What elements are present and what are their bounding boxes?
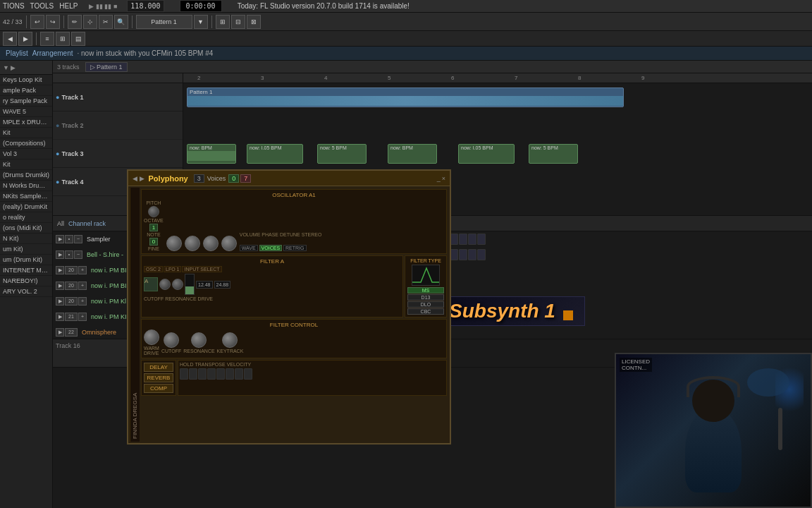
all-label[interactable]: All xyxy=(57,220,64,227)
filter-lfo-select[interactable]: LFO 1 xyxy=(164,266,181,272)
osc-pitch-knob[interactable] xyxy=(148,206,159,217)
ch-env-1[interactable]: ~ xyxy=(74,250,82,259)
plugin-window[interactable]: ◀ ▶ Polyphony 3 Voices 0 7 _ × FINNDA DR… xyxy=(127,169,451,445)
sidebar-item-0[interactable]: Keys Loop Kit xyxy=(0,75,52,85)
ch-env-3[interactable]: + xyxy=(78,282,87,290)
pattern-block-3c[interactable]: now: 5 BPM xyxy=(317,144,367,164)
osc-retrig-btn[interactable]: RETRIG xyxy=(283,245,306,251)
magnet-btn[interactable]: ⊠ xyxy=(247,15,261,29)
menu-item-tools[interactable]: TOOLS xyxy=(30,2,54,10)
filter-type-ms[interactable]: MS xyxy=(407,287,444,294)
filter-type-cbc[interactable]: CBC xyxy=(407,308,444,315)
sidebar-item-7[interactable]: Vol 3 xyxy=(0,149,52,159)
ch-vol-6[interactable]: 22 xyxy=(65,328,78,337)
pattern-select[interactable]: Pattern 1 xyxy=(136,15,192,29)
sidebar-item-15[interactable]: N Kit) xyxy=(0,234,52,244)
cut-btn[interactable]: ✂ xyxy=(99,15,113,29)
osc-octave-display[interactable]: 1 xyxy=(149,224,158,231)
sidebar-item-5[interactable]: Kit xyxy=(0,128,52,138)
ch-mute-2[interactable]: ▶ xyxy=(56,266,64,274)
ch-vol-5[interactable]: 21 xyxy=(65,313,78,321)
plugin-polyphony-count[interactable]: 3 xyxy=(194,174,204,183)
sidebar-item-9[interactable]: (Drums Drumkit) xyxy=(0,170,52,181)
sidebar-item-6[interactable]: (Compositions) xyxy=(0,138,52,149)
sidebar-item-4[interactable]: MPLE x DRUMKIT xyxy=(0,117,52,128)
ch-mute-6[interactable]: ▶ xyxy=(56,328,64,337)
ch-vol-3[interactable]: 20 xyxy=(65,282,78,290)
track-row-3[interactable]: now: BPM now: I.05 BPM now: 5 BPM now: B… xyxy=(183,140,812,168)
sidebar-item-3[interactable]: WAVE 5 xyxy=(0,107,52,117)
playlist-label[interactable]: Playlist xyxy=(6,49,28,57)
filter-osc-select[interactable]: OSC 2 xyxy=(144,266,163,272)
sidebar-item-20[interactable]: ARY VOL. 2 xyxy=(0,286,52,297)
fc-warmth-knob[interactable] xyxy=(144,329,159,345)
fc-res-knob[interactable] xyxy=(191,332,207,348)
snap-btn[interactable]: ⊞ xyxy=(216,15,230,29)
pattern-dropdown[interactable]: ▼ xyxy=(194,15,208,29)
zoom-btn[interactable]: 🔍 xyxy=(114,15,128,29)
osc-voices-btn[interactable]: VOICES xyxy=(259,245,282,251)
track-row-1[interactable]: Pattern 1 xyxy=(183,83,812,111)
osc-wave-select[interactable]: WAVE xyxy=(240,245,258,251)
filter-drive-fader[interactable] xyxy=(185,274,195,295)
ch-env-2[interactable]: + xyxy=(78,266,87,274)
fc-cutoff-knob[interactable] xyxy=(164,332,179,348)
osc-knob-2[interactable] xyxy=(185,236,200,251)
sidebar-item-16[interactable]: um Kit) xyxy=(0,244,52,255)
sidebar-item-2[interactable]: ry Sample Pack xyxy=(0,96,52,107)
undo-btn[interactable]: ↩ xyxy=(30,15,44,29)
sidebar-item-19[interactable]: NAREBOY!) xyxy=(0,276,52,286)
ch-mute-0[interactable]: ▶ xyxy=(56,235,64,243)
ch-env-0[interactable]: ~ xyxy=(74,235,82,243)
pattern-block-3f[interactable]: now: 5 BPM xyxy=(529,144,578,164)
sidebar-item-13[interactable]: o reality xyxy=(0,212,52,223)
filter-res-knob[interactable] xyxy=(172,279,183,290)
track-row-2[interactable] xyxy=(183,111,812,140)
sidebar-item-1[interactable]: ample Pack xyxy=(0,85,52,96)
plugin-nav-left[interactable]: ◀ ▶ xyxy=(133,175,144,182)
draw-btn[interactable]: ✏ xyxy=(68,15,82,29)
redo-btn[interactable]: ↪ xyxy=(46,15,60,29)
grid-btn[interactable]: ⊟ xyxy=(231,15,245,29)
plugin-minimize-btn[interactable]: _ xyxy=(437,175,441,182)
fwd-btn[interactable]: ▶ xyxy=(18,32,32,46)
plugin-close-btn[interactable]: × xyxy=(442,175,445,182)
playlist-icon[interactable]: ≡ xyxy=(40,32,54,46)
pattern-btn[interactable]: ▷ Pattern 1 xyxy=(85,62,128,72)
filter-input-display[interactable]: A xyxy=(144,277,158,291)
filter-type-display[interactable] xyxy=(412,265,440,286)
osc-note-display[interactable]: 0 xyxy=(149,238,158,246)
sidebar-item-14[interactable]: (ons (Midi Kit) xyxy=(0,223,52,234)
filter-type-dlo[interactable]: DLO xyxy=(407,301,444,308)
comp-btn[interactable]: COMP xyxy=(144,384,173,393)
ch-mute-5[interactable]: ▶ xyxy=(56,313,64,321)
osc-knob-4[interactable] xyxy=(221,236,237,251)
mixer-icon[interactable]: ▤ xyxy=(71,32,85,46)
menu-item-help[interactable]: HELP xyxy=(59,2,78,10)
delay-btn[interactable]: DELAY xyxy=(144,363,173,372)
ch-solo-1[interactable]: • xyxy=(65,250,73,259)
menu-item-tions[interactable]: TIONS xyxy=(3,2,25,10)
plugin-titlebar[interactable]: ◀ ▶ Polyphony 3 Voices 0 7 _ × xyxy=(128,171,450,186)
filter-type-d13[interactable]: D13 xyxy=(407,294,444,301)
sidebar-item-10[interactable]: N Works DrumKit xyxy=(0,181,52,191)
sidebar-item-18[interactable]: INTERNET MONEY xyxy=(0,265,52,276)
filter-cutoff-knob[interactable] xyxy=(159,279,171,290)
ch-solo-0[interactable]: • xyxy=(65,235,73,243)
fc-key-knob[interactable] xyxy=(222,332,238,348)
pattern-block-3e[interactable]: now: I.05 BPM xyxy=(458,144,515,164)
arrangement-label[interactable]: Arrangement xyxy=(32,49,73,57)
ch-vol-2[interactable]: 20 xyxy=(65,266,78,274)
reverb-btn[interactable]: REVERB xyxy=(144,373,173,382)
pattern-block-3b[interactable]: now: I.05 BPM xyxy=(247,144,303,164)
bpm-display[interactable]: 118.000 xyxy=(127,0,164,12)
osc-knob-3[interactable] xyxy=(203,236,219,251)
pattern-block-1[interactable]: Pattern 1 xyxy=(187,87,624,107)
channel-rack-label[interactable]: Channel rack xyxy=(68,220,106,227)
ch-vol-4[interactable]: 20 xyxy=(65,297,78,306)
ch-env-5[interactable]: + xyxy=(78,313,87,321)
sidebar-item-12[interactable]: (realty) DrumKit xyxy=(0,202,52,212)
osc-knob-1[interactable] xyxy=(166,236,182,251)
arr-icon[interactable]: ⊞ xyxy=(56,32,70,46)
sidebar-item-11[interactable]: NKits Sample Kit xyxy=(0,191,52,202)
